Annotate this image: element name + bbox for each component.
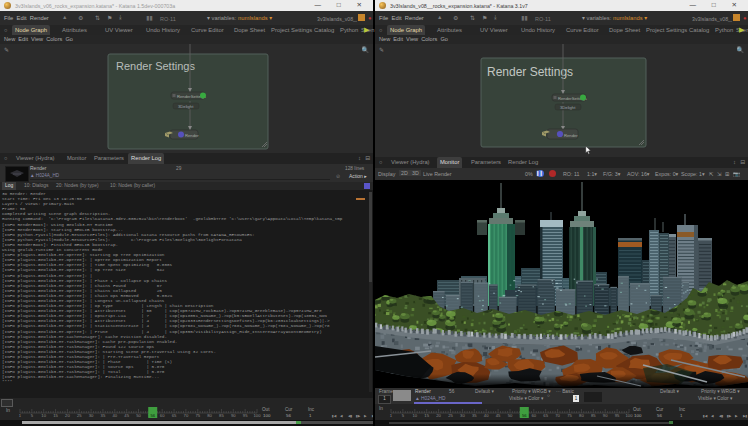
svg-text:70: 70 bbox=[555, 413, 560, 418]
svg-text:Render Settings: Render Settings bbox=[487, 65, 573, 79]
svg-text:60: 60 bbox=[531, 413, 536, 418]
svg-text:100: 100 bbox=[263, 413, 271, 418]
svg-text:45: 45 bbox=[496, 413, 501, 418]
svg-text:15: 15 bbox=[53, 413, 58, 418]
svg-text:◀: ◀ bbox=[340, 414, 343, 418]
svg-text:10: 10 bbox=[41, 413, 46, 418]
svg-text:◀▮: ◀▮ bbox=[719, 414, 724, 418]
svg-text:25: 25 bbox=[448, 413, 453, 418]
svg-text:Cur: Cur bbox=[656, 407, 664, 412]
svg-text:56: 56 bbox=[522, 413, 527, 418]
svg-text:85: 85 bbox=[219, 413, 224, 418]
svg-text:15: 15 bbox=[424, 413, 429, 418]
svg-text:85: 85 bbox=[591, 413, 596, 418]
svg-text:25: 25 bbox=[77, 413, 82, 418]
svg-text:100: 100 bbox=[626, 413, 634, 418]
svg-text:70: 70 bbox=[184, 413, 189, 418]
svg-text:Render Settings: Render Settings bbox=[116, 60, 195, 72]
svg-text:▮▶: ▮▶ bbox=[727, 414, 732, 418]
svg-text:65: 65 bbox=[172, 413, 177, 418]
svg-text:1: 1 bbox=[19, 413, 22, 418]
svg-text:1: 1 bbox=[390, 413, 393, 418]
svg-text:▮▶: ▮▶ bbox=[356, 414, 361, 418]
svg-text:5: 5 bbox=[402, 413, 405, 418]
svg-text:▮◀: ▮◀ bbox=[332, 414, 337, 418]
svg-text:90: 90 bbox=[231, 413, 236, 418]
svg-text:80: 80 bbox=[207, 413, 212, 418]
svg-text:▮◀: ▮◀ bbox=[703, 414, 708, 418]
svg-text:1: 1 bbox=[309, 413, 312, 418]
svg-text:56: 56 bbox=[150, 413, 155, 418]
svg-text:35: 35 bbox=[101, 413, 106, 418]
svg-text:100: 100 bbox=[254, 413, 262, 418]
svg-text:1: 1 bbox=[680, 413, 683, 418]
svg-text:Render: Render bbox=[564, 133, 578, 138]
svg-text:95: 95 bbox=[615, 413, 620, 418]
svg-text:◀: ◀ bbox=[711, 414, 714, 418]
svg-text:80: 80 bbox=[579, 413, 584, 418]
svg-text:95: 95 bbox=[243, 413, 248, 418]
svg-text:◀▮: ◀▮ bbox=[348, 414, 353, 418]
svg-text:Out: Out bbox=[262, 407, 270, 412]
svg-text:3Delight: 3Delight bbox=[178, 104, 194, 109]
svg-text:50: 50 bbox=[136, 413, 141, 418]
svg-text:Inc: Inc bbox=[679, 407, 686, 412]
svg-text:100: 100 bbox=[634, 413, 642, 418]
svg-text:50: 50 bbox=[508, 413, 513, 418]
svg-text:▶: ▶ bbox=[364, 414, 367, 418]
svg-text:45: 45 bbox=[124, 413, 129, 418]
svg-text:▶▮: ▶▮ bbox=[372, 414, 373, 418]
svg-text:20: 20 bbox=[436, 413, 441, 418]
svg-text:Render: Render bbox=[185, 133, 199, 138]
svg-text:Out: Out bbox=[633, 407, 641, 412]
svg-text:▶▮: ▶▮ bbox=[743, 414, 748, 418]
svg-text:75: 75 bbox=[567, 413, 572, 418]
svg-text:35: 35 bbox=[472, 413, 477, 418]
svg-text:56: 56 bbox=[286, 413, 291, 418]
svg-text:40: 40 bbox=[112, 413, 117, 418]
svg-text:20: 20 bbox=[65, 413, 70, 418]
svg-text:10: 10 bbox=[412, 413, 417, 418]
svg-text:3Delight: 3Delight bbox=[560, 105, 576, 110]
svg-text:40: 40 bbox=[484, 413, 489, 418]
svg-text:90: 90 bbox=[603, 413, 608, 418]
svg-text:Inc: Inc bbox=[308, 407, 315, 412]
svg-text:56: 56 bbox=[657, 413, 662, 418]
svg-text:Cur: Cur bbox=[285, 407, 293, 412]
svg-text:75: 75 bbox=[195, 413, 200, 418]
svg-text:30: 30 bbox=[460, 413, 465, 418]
svg-text:30: 30 bbox=[89, 413, 94, 418]
svg-text:▶: ▶ bbox=[735, 414, 738, 418]
svg-text:60: 60 bbox=[160, 413, 165, 418]
svg-text:65: 65 bbox=[543, 413, 548, 418]
svg-text:5: 5 bbox=[31, 413, 34, 418]
